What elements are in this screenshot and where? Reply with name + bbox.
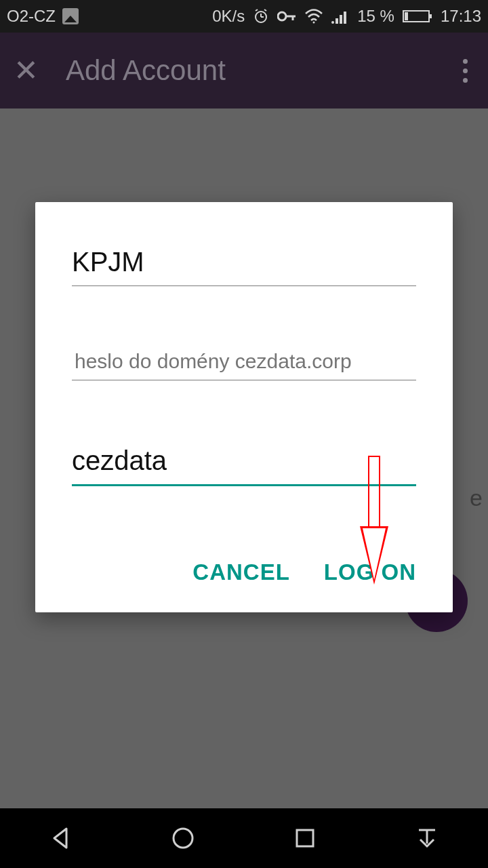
svg-point-8 <box>313 22 315 24</box>
password-field-wrapper <box>72 339 416 380</box>
navigation-bar <box>0 808 488 868</box>
domain-field-wrapper <box>72 433 416 486</box>
cancel-button[interactable]: CANCEL <box>192 559 290 585</box>
status-left: O2-CZ <box>7 7 79 26</box>
picture-icon <box>62 8 79 24</box>
svg-point-5 <box>278 12 286 20</box>
key-icon <box>277 9 296 23</box>
svg-rect-15 <box>430 14 432 18</box>
battery-percent: 15 % <box>357 7 394 26</box>
svg-line-4 <box>264 9 266 11</box>
svg-line-3 <box>256 9 258 11</box>
svg-point-9 <box>331 21 334 24</box>
svg-rect-17 <box>297 830 313 846</box>
password-input[interactable] <box>72 339 416 380</box>
battery-icon <box>403 9 432 24</box>
username-input[interactable] <box>72 235 416 286</box>
status-bar: O2-CZ 0K/s 15 % 17:13 <box>0 0 488 33</box>
dialog-actions: CANCEL LOG ON <box>72 539 416 592</box>
home-icon[interactable] <box>168 823 198 853</box>
svg-point-16 <box>174 829 192 848</box>
domain-input[interactable] <box>72 433 416 486</box>
svg-rect-12 <box>344 12 346 24</box>
username-field-wrapper <box>72 235 416 286</box>
downloads-icon[interactable] <box>412 823 442 853</box>
svg-rect-10 <box>336 18 338 24</box>
logon-button[interactable]: LOG ON <box>324 559 416 585</box>
svg-rect-11 <box>340 15 342 24</box>
signal-icon <box>331 9 349 24</box>
network-speed: 0K/s <box>212 7 245 26</box>
back-icon[interactable] <box>46 823 76 853</box>
status-right: 0K/s 15 % 17:13 <box>212 7 481 26</box>
clock: 17:13 <box>441 7 481 26</box>
wifi-icon <box>304 9 323 24</box>
alarm-icon <box>253 8 269 24</box>
svg-rect-14 <box>405 12 408 20</box>
carrier-label: O2-CZ <box>7 7 56 26</box>
login-dialog: CANCEL LOG ON <box>35 202 453 612</box>
recent-apps-icon[interactable] <box>290 823 320 853</box>
